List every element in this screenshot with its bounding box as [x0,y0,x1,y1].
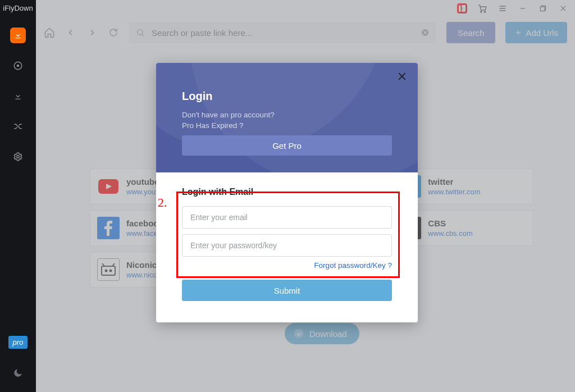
modal-close-button[interactable] [396,71,410,84]
get-pro-button[interactable]: Get Pro [182,135,392,156]
modal-subtitle-1: Don't have an pro account? [182,111,392,119]
sidebar-shuffle[interactable] [10,118,26,134]
svg-point-2 [17,156,20,158]
sidebar-settings[interactable] [10,149,26,165]
sidebar-save[interactable] [10,88,26,104]
pro-badge[interactable]: pro [8,336,28,349]
submit-button[interactable]: Submit [182,280,392,301]
brand-label: iFlyDown [0,0,36,20]
theme-toggle[interactable] [10,365,26,381]
modal-title: Login [182,90,392,103]
sidebar-downloads[interactable] [10,28,26,43]
sidebar: iFlyDown pro [0,0,36,392]
modal-subtitle-2: Pro Has Expired ? [182,121,392,130]
annotation-box-2 [176,192,400,278]
modal-header: Login Don't have an pro account? Pro Has… [156,63,418,172]
svg-point-1 [17,65,20,67]
sidebar-browser[interactable] [10,58,26,74]
annotation-2: 2. [158,195,167,210]
